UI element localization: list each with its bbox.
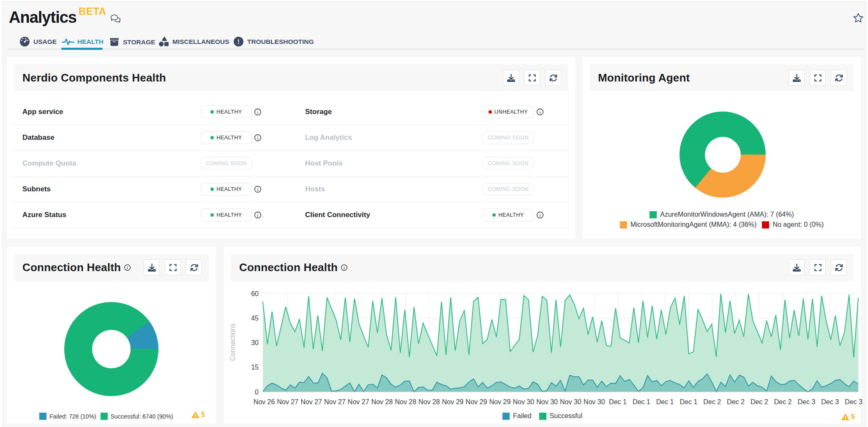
svg-text:Dec 1: Dec 1 (609, 398, 627, 405)
svg-text:Nov 29: Nov 29 (442, 398, 464, 405)
svg-text:Nov 26: Nov 26 (254, 398, 275, 405)
svg-text:Nov 27: Nov 27 (277, 398, 298, 405)
svg-text:15: 15 (251, 364, 259, 371)
svg-text:Dec 3: Dec 3 (798, 398, 816, 405)
svg-text:Nov 28: Nov 28 (371, 398, 393, 405)
svg-text:Nov 30: Nov 30 (513, 398, 534, 405)
svg-text:Dec 2: Dec 2 (703, 398, 721, 405)
svg-text:Nov 27: Nov 27 (324, 398, 346, 405)
svg-text:45: 45 (251, 315, 259, 322)
svg-text:Connections: Connections (229, 324, 236, 361)
svg-text:Dec 2: Dec 2 (751, 398, 768, 405)
svg-text:Nov 30: Nov 30 (536, 398, 558, 405)
svg-text:Dec 1: Dec 1 (656, 398, 674, 405)
svg-text:Nov 30: Nov 30 (560, 398, 581, 405)
svg-text:Dec 2: Dec 2 (774, 398, 792, 405)
svg-text:Dec 1: Dec 1 (633, 398, 650, 405)
svg-text:Dec 2: Dec 2 (727, 398, 745, 405)
svg-text:Dec 3: Dec 3 (821, 398, 839, 405)
svg-text:Nov 30: Nov 30 (584, 398, 605, 405)
svg-text:Nov 27: Nov 27 (348, 398, 369, 405)
svg-text:Nov 29: Nov 29 (489, 398, 511, 405)
svg-text:Dec 1: Dec 1 (680, 398, 698, 405)
svg-text:Nov 27: Nov 27 (300, 398, 322, 405)
svg-text:Nov 28: Nov 28 (418, 398, 440, 405)
svg-text:60: 60 (251, 290, 259, 297)
svg-text:Dec 3: Dec 3 (845, 398, 863, 405)
svg-text:30: 30 (251, 339, 259, 346)
svg-text:Nov 28: Nov 28 (395, 398, 416, 405)
svg-text:0: 0 (255, 389, 259, 396)
svg-text:Nov 29: Nov 29 (466, 398, 487, 405)
